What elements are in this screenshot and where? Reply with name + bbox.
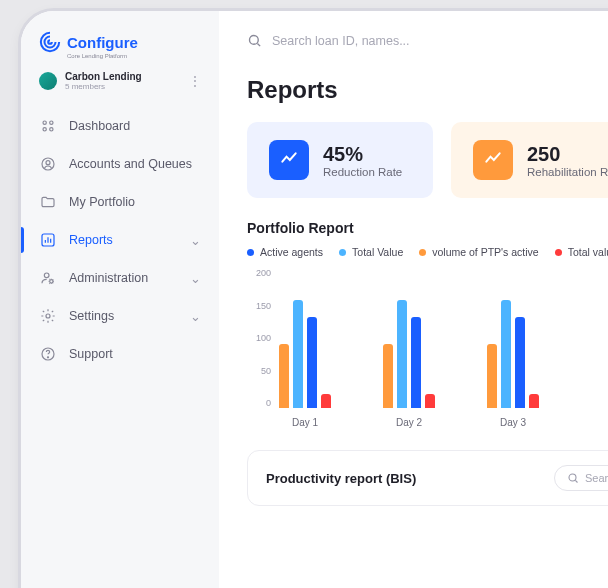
portfolio-report-title: Portfolio Report bbox=[247, 220, 608, 246]
legend-item[interactable]: Total Value bbox=[339, 246, 403, 258]
x-tick: Day 3 bbox=[487, 417, 539, 428]
chart-x-labels: Day 1Day 2Day 3 bbox=[279, 417, 608, 428]
svg-point-8 bbox=[50, 280, 53, 283]
svg-point-11 bbox=[47, 357, 48, 358]
page-title: Reports bbox=[247, 76, 608, 122]
legend-dot-icon bbox=[247, 249, 254, 256]
kpi-value: 250 bbox=[527, 143, 608, 166]
user-circle-icon bbox=[39, 155, 57, 173]
sidebar-item-support[interactable]: Support bbox=[21, 335, 219, 373]
bar bbox=[411, 317, 421, 408]
svg-point-13 bbox=[569, 474, 576, 481]
productivity-search-input[interactable] bbox=[585, 472, 608, 484]
global-search[interactable] bbox=[247, 33, 608, 76]
legend-label: Active agents bbox=[260, 246, 323, 258]
sidebar-item-label: Administration bbox=[69, 271, 148, 285]
svg-point-3 bbox=[50, 128, 53, 131]
svg-point-2 bbox=[43, 128, 46, 131]
kpi-row: 45%Reduction Rate250Rehabilitation Rate bbox=[247, 122, 608, 220]
chart-icon bbox=[39, 231, 57, 249]
svg-point-1 bbox=[50, 121, 53, 124]
folder-icon bbox=[39, 193, 57, 211]
legend-item[interactable]: volume of PTP's active bbox=[419, 246, 538, 258]
sidebar-item-label: Reports bbox=[69, 233, 113, 247]
svg-point-12 bbox=[250, 36, 259, 45]
x-tick: Day 1 bbox=[279, 417, 331, 428]
kpi-label: Rehabilitation Rate bbox=[527, 166, 608, 178]
legend-item[interactable]: Total value bbox=[555, 246, 608, 258]
legend-dot-icon bbox=[555, 249, 562, 256]
productivity-panel: Productivity report (BIS) bbox=[247, 450, 608, 506]
bar bbox=[293, 300, 303, 409]
org-members: 5 members bbox=[65, 82, 142, 91]
svg-point-9 bbox=[46, 314, 50, 318]
bar bbox=[501, 300, 511, 409]
sidebar-item-dashboard[interactable]: Dashboard bbox=[21, 107, 219, 145]
legend-item[interactable]: Active agents bbox=[247, 246, 323, 258]
x-tick: Day 2 bbox=[383, 417, 435, 428]
chart-y-axis: 200150100500 bbox=[247, 268, 271, 408]
portfolio-chart: 200150100500 Day 1Day 2Day 3 bbox=[247, 268, 608, 428]
sidebar-item-label: Support bbox=[69, 347, 113, 361]
y-tick: 150 bbox=[247, 301, 271, 311]
dots-icon: ⋮ bbox=[189, 76, 201, 86]
chevron-down-icon: ⌄ bbox=[190, 271, 201, 286]
bar-group bbox=[487, 300, 539, 409]
sidebar: Configure Core Lending Platform Carbon L… bbox=[21, 11, 219, 588]
org-name: Carbon Lending bbox=[65, 71, 142, 82]
main-content: Reports 45%Reduction Rate250Rehabilitati… bbox=[219, 11, 608, 588]
kpi-label: Reduction Rate bbox=[323, 166, 402, 178]
bar bbox=[279, 344, 289, 408]
bar bbox=[383, 344, 393, 408]
trend-icon bbox=[269, 140, 309, 180]
gear-icon bbox=[39, 307, 57, 325]
help-icon bbox=[39, 345, 57, 363]
user-cog-icon bbox=[39, 269, 57, 287]
productivity-search[interactable] bbox=[554, 465, 608, 491]
app-layout: Configure Core Lending Platform Carbon L… bbox=[21, 11, 608, 588]
sidebar-item-portfolio[interactable]: My Portfolio bbox=[21, 183, 219, 221]
y-tick: 0 bbox=[247, 398, 271, 408]
sidebar-item-label: Settings bbox=[69, 309, 114, 323]
chevron-down-icon: ⌄ bbox=[190, 309, 201, 324]
chart-legend: Active agentsTotal Valuevolume of PTP's … bbox=[247, 246, 608, 268]
svg-point-4 bbox=[42, 158, 54, 170]
legend-dot-icon bbox=[419, 249, 426, 256]
legend-label: Total Value bbox=[352, 246, 403, 258]
logo-swirl-icon bbox=[39, 31, 61, 53]
sidebar-item-label: My Portfolio bbox=[69, 195, 135, 209]
sidebar-item-accounts[interactable]: Accounts and Queues bbox=[21, 145, 219, 183]
org-selector[interactable]: Carbon Lending 5 members ⋮ bbox=[21, 59, 219, 101]
bar bbox=[307, 317, 317, 408]
sidebar-item-label: Accounts and Queues bbox=[69, 157, 192, 171]
kpi-rehab[interactable]: 250Rehabilitation Rate bbox=[451, 122, 608, 198]
legend-dot-icon bbox=[339, 249, 346, 256]
sidebar-nav: DashboardAccounts and QueuesMy Portfolio… bbox=[21, 101, 219, 373]
kpi-reduction[interactable]: 45%Reduction Rate bbox=[247, 122, 433, 198]
legend-label: Total value bbox=[568, 246, 608, 258]
bar-group bbox=[383, 300, 435, 409]
app-frame: Configure Core Lending Platform Carbon L… bbox=[18, 8, 608, 588]
search-icon bbox=[567, 472, 579, 484]
sidebar-item-label: Dashboard bbox=[69, 119, 130, 133]
bar bbox=[515, 317, 525, 408]
trend-icon bbox=[473, 140, 513, 180]
bar bbox=[529, 394, 539, 408]
sidebar-item-admin[interactable]: Administration⌄ bbox=[21, 259, 219, 297]
search-input[interactable] bbox=[272, 34, 472, 48]
grid-icon bbox=[39, 117, 57, 135]
svg-point-0 bbox=[43, 121, 46, 124]
productivity-title: Productivity report (BIS) bbox=[266, 471, 416, 486]
y-tick: 200 bbox=[247, 268, 271, 278]
kpi-value: 45% bbox=[323, 143, 402, 166]
chart-plot bbox=[279, 268, 608, 408]
bar bbox=[425, 394, 435, 408]
bar-group bbox=[279, 300, 331, 409]
bar bbox=[321, 394, 331, 408]
search-icon bbox=[247, 33, 262, 48]
legend-label: volume of PTP's active bbox=[432, 246, 538, 258]
org-avatar bbox=[39, 72, 57, 90]
sidebar-item-reports[interactable]: Reports⌄ bbox=[21, 221, 219, 259]
y-tick: 100 bbox=[247, 333, 271, 343]
sidebar-item-settings[interactable]: Settings⌄ bbox=[21, 297, 219, 335]
